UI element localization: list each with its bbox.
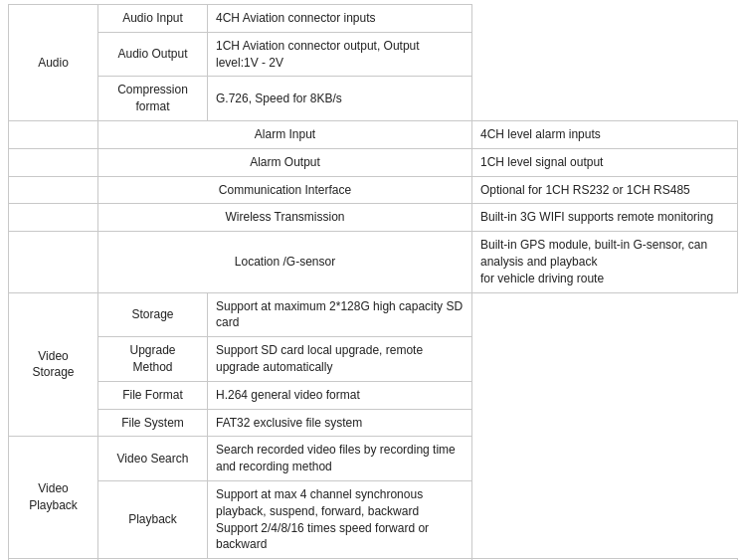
table-row: Alarm Output1CH level signal output [9,148,738,176]
subcategory-cell: Video Search [98,437,208,481]
category-cell: VideoPlayback [9,437,98,559]
subcategory-cell: File Format [98,381,208,409]
value-cell: Optional for 1CH RS232 or 1CH RS485 [472,176,738,204]
subcategory-cell: Audio Output [98,32,208,77]
category-cell [9,120,98,148]
category-cell [9,232,98,292]
subcategory-cell: Compressionformat [98,77,208,121]
table-row: Audio Output1CH Aviation connector outpu… [9,32,738,77]
value-cell: 1CH level signal output [472,148,738,176]
category-cell [9,204,98,232]
table-row: AudioAudio Input4CH Aviation connector i… [9,5,738,33]
category-cell: Audio [9,5,98,121]
table-row: UpgradeMethodSupport SD card local upgra… [9,337,738,382]
value-cell: Built-in 3G WIFI supports remote monitor… [472,204,738,232]
value-cell: H.264 general video format [208,381,472,409]
spec-table: AudioAudio Input4CH Aviation connector i… [8,4,738,560]
table-row: Video StorageStorageSupport at maximum 2… [9,292,738,337]
value-cell: 4CH Aviation connector inputs [208,5,472,33]
table-row: Communication InterfaceOptional for 1CH … [9,176,738,204]
subcategory-cell: Alarm Output [98,148,472,176]
table-row: Location /G-sensorBuilt-in GPS module, b… [9,232,738,292]
subcategory-cell: File System [98,409,208,437]
value-cell: Support at max 4 channel synchronous pla… [208,480,472,558]
value-cell: 4CH level alarm inputs [472,120,738,148]
subcategory-cell: Playback [98,480,208,558]
subcategory-cell: Location /G-sensor [98,232,472,292]
subcategory-cell: Communication Interface [98,176,472,204]
value-cell: Built-in GPS module, built-in G-sensor, … [472,232,738,292]
subcategory-cell: Storage [98,292,208,337]
table-row: File SystemFAT32 exclusive file system [9,409,738,437]
table-row: File FormatH.264 general video format [9,381,738,409]
table-row: Wireless TransmissionBuilt-in 3G WIFI su… [9,204,738,232]
category-cell: Video Storage [9,292,98,437]
spec-table-wrapper: AudioAudio Input4CH Aviation connector i… [0,0,746,560]
table-row: Alarm Input4CH level alarm inputs [9,120,738,148]
value-cell: G.726, Speed for 8KB/s [208,77,472,121]
subcategory-cell: Audio Input [98,5,208,33]
table-row: CompressionformatG.726, Speed for 8KB/s [9,77,738,121]
value-cell: 1CH Aviation connector output, Output le… [208,32,472,77]
value-cell: Search recorded video files by recording… [208,437,472,481]
value-cell: Support at maximum 2*128G high capacity … [208,292,472,337]
subcategory-cell: Wireless Transmission [98,204,472,232]
value-cell: Support SD card local upgrade, remote up… [208,337,472,382]
subcategory-cell: UpgradeMethod [98,337,208,382]
category-cell [9,148,98,176]
table-row: VideoPlaybackVideo SearchSearch recorded… [9,437,738,481]
category-cell [9,176,98,204]
subcategory-cell: Alarm Input [98,120,472,148]
table-row: PlaybackSupport at max 4 channel synchro… [9,480,738,558]
value-cell: FAT32 exclusive file system [208,409,472,437]
